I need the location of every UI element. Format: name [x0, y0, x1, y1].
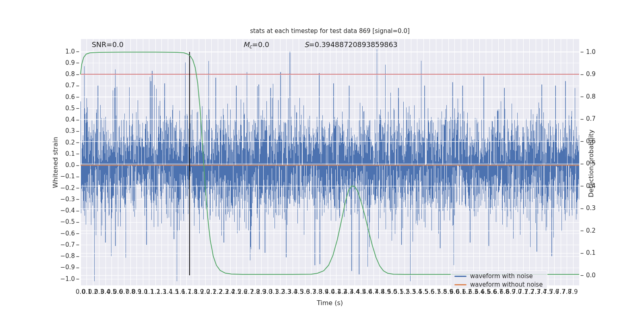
y-tick-label-right: 0.2	[586, 227, 614, 235]
y-tick-label-right: 0.6	[586, 138, 614, 145]
y-tick-label-left: −0.3	[47, 196, 75, 203]
y-tick-label-left: 0.4	[47, 116, 75, 124]
legend-line-swatch-blue	[454, 276, 466, 277]
y-tick-label-left: 0.8	[47, 70, 75, 78]
y-tick-label-left: 0.6	[47, 93, 75, 101]
y-tick-label-left: −0.5	[47, 218, 75, 226]
annotation-snr: SNR=0.0	[92, 41, 124, 49]
y-tick-label-left: 0.3	[47, 127, 75, 135]
y-tick-label-left: −0.8	[47, 252, 75, 260]
chart-title: stats at each timestep for test data 869…	[80, 27, 579, 35]
y-tick-label-left: −1.0	[47, 275, 75, 283]
legend-label: waveform without noise	[470, 281, 543, 289]
y-tick-label-left: 0.2	[47, 139, 75, 147]
legend-label: waveform with noise	[470, 272, 533, 281]
y-tick-label-right: 1.0	[586, 48, 614, 56]
annotation-chirp-mass: Mc=0.0	[243, 41, 269, 50]
y-tick-label-right: 0.3	[586, 204, 614, 212]
legend-entry-clean: waveform without noise	[454, 281, 544, 289]
annotation-s-value: =0.39488720893859863	[309, 41, 398, 49]
y-tick-label-left: −0.1	[47, 173, 75, 180]
y-tick-label-right: 0.4	[586, 182, 614, 190]
x-axis-title: Time (s)	[80, 299, 579, 307]
y-tick-label-left: 0.9	[47, 59, 75, 67]
y-tick-label-left: −0.4	[47, 207, 75, 215]
legend-line-swatch-orange	[454, 284, 466, 285]
y-tick-label-left: −0.9	[47, 264, 75, 271]
y-tick-label-left: −0.2	[47, 184, 75, 192]
y-tick-label-left: 1.0	[47, 48, 75, 56]
y-tick-label-left: 0.5	[47, 105, 75, 112]
y-tick-label-right: 0.1	[586, 249, 614, 257]
y-tick-label-left: −0.7	[47, 241, 75, 249]
y-tick-label-right: 0.8	[586, 93, 614, 101]
annotation-stat: S=0.39488720893859863	[304, 41, 398, 49]
y-tick-label-right: 0.5	[586, 160, 614, 167]
y-tick-label-left: −0.6	[47, 230, 75, 237]
legend-entry-noisy: waveform with noise	[454, 272, 544, 281]
figure: stats at each timestep for test data 869…	[0, 0, 644, 322]
y-tick-label-left: 0.1	[47, 150, 75, 158]
y-tick-label-left: 0.7	[47, 82, 75, 89]
x-tick-label: 7.9	[568, 288, 578, 295]
annotation-s-symbol: S	[304, 41, 309, 49]
annotation-mc-value: =0.0	[252, 41, 269, 49]
annotation-mc-symbol: M	[243, 41, 249, 49]
y-tick-label-right: 0.7	[586, 115, 614, 123]
y-tick-label-right: 0.9	[586, 70, 614, 78]
legend: waveform with noise waveform without noi…	[451, 270, 547, 289]
y-tick-label-right: 0.0	[586, 272, 614, 279]
y-tick-label-left: 0.0	[47, 161, 75, 169]
